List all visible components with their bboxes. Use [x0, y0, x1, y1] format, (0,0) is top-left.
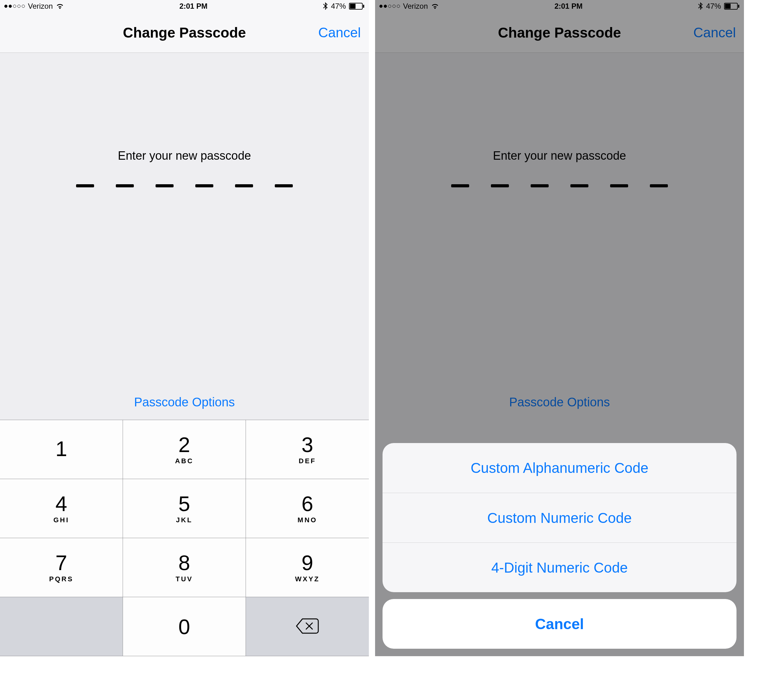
passcode-dash	[76, 184, 94, 187]
backspace-icon	[295, 617, 320, 636]
clock-label: 2:01 PM	[64, 2, 323, 11]
screen-left: Verizon 2:01 PM 47% Change Passcode Canc…	[0, 0, 369, 656]
key-4[interactable]: 4GHI	[0, 479, 123, 538]
option-custom-alphanumeric[interactable]: Custom Alphanumeric Code	[383, 443, 737, 493]
phone-right: Verizon 2:01 PM 47% Change Passcode Canc…	[375, 0, 744, 656]
passcode-options-link[interactable]: Passcode Options	[0, 395, 369, 409]
key-2[interactable]: 2ABC	[123, 420, 246, 479]
passcode-dash	[156, 184, 174, 187]
option-4digit-numeric[interactable]: 4-Digit Numeric Code	[383, 542, 737, 592]
key-5[interactable]: 5JKL	[123, 479, 246, 538]
passcode-dash	[195, 184, 213, 187]
passcode-dash	[116, 184, 134, 187]
key-3[interactable]: 3DEF	[246, 420, 369, 479]
bluetooth-icon	[323, 2, 328, 10]
key-letters: GHI	[54, 516, 69, 524]
action-sheet: Custom Alphanumeric Code Custom Numeric …	[383, 443, 737, 649]
key-letters: DEF	[299, 457, 316, 465]
key-digit: 0	[179, 616, 190, 637]
status-right: 47%	[323, 2, 365, 11]
key-digit: 2	[179, 434, 190, 455]
passcode-field[interactable]	[76, 184, 293, 187]
key-letters: WXYZ	[295, 575, 320, 583]
key-8[interactable]: 8TUV	[123, 538, 246, 597]
passcode-dash	[235, 184, 253, 187]
status-bar: Verizon 2:01 PM 47%	[0, 0, 369, 12]
action-sheet-cancel[interactable]: Cancel	[383, 599, 737, 649]
signal-dots-icon	[4, 5, 25, 8]
phone-left: Verizon 2:01 PM 47% Change Passcode Canc…	[0, 0, 369, 656]
key-backspace[interactable]	[246, 597, 369, 656]
cancel-button[interactable]: Cancel	[318, 25, 361, 41]
battery-icon	[349, 3, 365, 10]
key-letters: TUV	[176, 575, 193, 583]
option-custom-numeric[interactable]: Custom Numeric Code	[383, 493, 737, 542]
page-title: Change Passcode	[123, 24, 246, 41]
key-1[interactable]: 1	[0, 420, 123, 479]
key-digit: 3	[302, 434, 313, 455]
nav-bar: Change Passcode Cancel	[0, 12, 369, 53]
key-digit: 8	[179, 552, 190, 573]
svg-rect-2	[363, 5, 364, 8]
key-letters: PQRS	[49, 575, 73, 583]
key-digit: 4	[55, 493, 67, 514]
svg-rect-1	[350, 4, 355, 9]
prompt-label: Enter your new passcode	[118, 149, 251, 162]
prompt-area: Enter your new passcode	[0, 53, 369, 187]
action-sheet-options: Custom Alphanumeric Code Custom Numeric …	[383, 443, 737, 592]
key-digit: 6	[302, 493, 313, 514]
status-left: Verizon	[4, 2, 64, 11]
key-letters: MNO	[297, 516, 317, 524]
passcode-dash	[275, 184, 293, 187]
number-keypad: 1 2ABC 3DEF 4GHI 5JKL 6MNO 7PQRS 8TUV 9W…	[0, 420, 369, 656]
key-digit: 5	[179, 493, 190, 514]
key-digit: 1	[55, 438, 67, 459]
carrier-label: Verizon	[28, 2, 53, 11]
key-digit: 9	[302, 552, 313, 573]
key-0[interactable]: 0	[123, 597, 246, 656]
key-blank	[0, 597, 123, 656]
key-7[interactable]: 7PQRS	[0, 538, 123, 597]
wifi-icon	[56, 3, 64, 9]
key-9[interactable]: 9WXYZ	[246, 538, 369, 597]
key-letters: JKL	[176, 516, 193, 524]
battery-pct-label: 47%	[331, 2, 346, 11]
key-letters: ABC	[175, 457, 194, 465]
key-digit: 7	[55, 552, 67, 573]
key-6[interactable]: 6MNO	[246, 479, 369, 538]
